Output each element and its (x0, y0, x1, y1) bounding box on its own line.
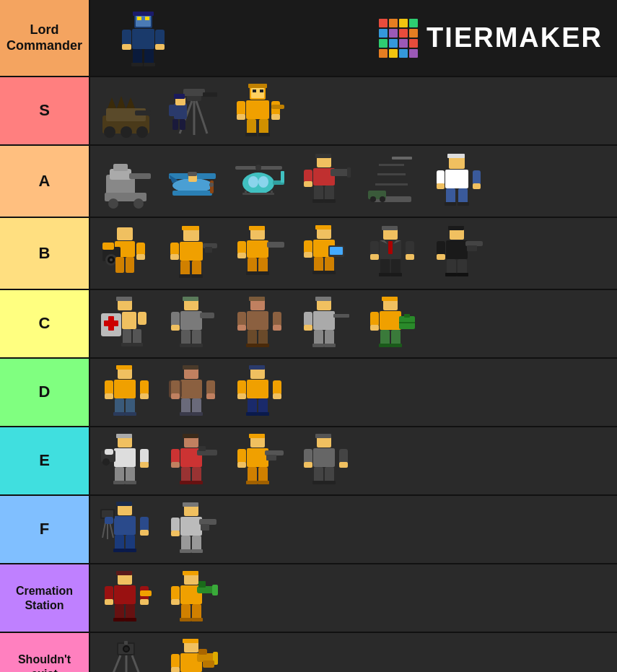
tier-item (159, 430, 224, 492)
tier-item (93, 636, 158, 672)
svg-rect-192 (192, 330, 201, 346)
svg-rect-204 (246, 344, 258, 347)
svg-rect-210 (304, 312, 312, 326)
svg-rect-52 (113, 164, 128, 171)
svg-rect-89 (375, 183, 408, 186)
svg-rect-318 (140, 530, 149, 536)
svg-rect-106 (117, 227, 133, 240)
lord-commander-character (110, 7, 175, 69)
svg-marker-18 (126, 97, 135, 108)
svg-rect-69 (281, 171, 284, 183)
svg-rect-198 (237, 312, 246, 326)
svg-rect-350 (198, 581, 206, 588)
svg-rect-276 (183, 434, 198, 438)
svg-rect-87 (379, 164, 404, 166)
tier-item (226, 293, 291, 354)
svg-rect-127 (191, 274, 203, 278)
svg-rect-303 (339, 462, 348, 468)
svg-rect-112 (102, 243, 114, 250)
svg-rect-295 (246, 481, 258, 484)
svg-rect-254 (247, 380, 268, 398)
svg-rect-40 (246, 100, 269, 119)
svg-rect-209 (333, 314, 349, 318)
svg-rect-203 (258, 330, 268, 346)
svg-rect-121 (205, 247, 212, 253)
svg-rect-44 (271, 114, 280, 120)
svg-rect-158 (406, 254, 414, 260)
svg-rect-227 (390, 344, 402, 347)
svg-rect-135 (258, 258, 268, 274)
svg-rect-327 (201, 524, 209, 531)
tier-item (159, 636, 224, 672)
svg-rect-144 (304, 252, 312, 258)
svg-rect-122 (170, 243, 179, 256)
svg-rect-19 (135, 110, 151, 115)
svg-rect-245 (206, 380, 215, 395)
svg-rect-86 (385, 157, 398, 196)
tier-item (425, 223, 490, 284)
svg-line-365 (132, 655, 146, 673)
svg-rect-309 (116, 502, 132, 506)
tier-item (359, 223, 424, 284)
svg-rect-182 (133, 329, 141, 345)
svg-point-67 (242, 173, 274, 194)
tier-item (159, 293, 224, 354)
svg-rect-132 (237, 241, 246, 254)
svg-rect-175 (116, 297, 132, 301)
svg-rect-260 (258, 398, 268, 414)
svg-rect-168 (437, 241, 445, 256)
svg-rect-262 (258, 412, 269, 416)
svg-rect-155 (370, 241, 379, 256)
svg-rect-88 (377, 173, 406, 175)
svg-rect-289 (265, 450, 284, 455)
tier-content-e (90, 427, 617, 494)
tier-item (93, 567, 158, 629)
svg-point-55 (108, 198, 118, 209)
svg-rect-377 (171, 667, 180, 673)
svg-rect-199 (273, 312, 281, 326)
svg-rect-237 (113, 412, 125, 416)
svg-rect-321 (113, 549, 125, 552)
svg-rect-246 (171, 393, 180, 399)
svg-rect-136 (246, 271, 258, 275)
tier-item (292, 293, 357, 354)
svg-rect-172 (445, 273, 457, 276)
svg-rect-339 (105, 599, 113, 605)
svg-rect-156 (406, 241, 414, 256)
svg-rect-13 (144, 63, 155, 66)
svg-rect-248 (181, 398, 191, 414)
svg-rect-319 (115, 535, 124, 551)
svg-rect-345 (125, 618, 136, 621)
svg-rect-146 (325, 257, 334, 273)
svg-point-62 (209, 183, 214, 187)
svg-point-21 (121, 126, 132, 138)
svg-rect-280 (171, 449, 180, 463)
svg-rect-5 (132, 29, 154, 49)
tier-row-s: S (0, 77, 617, 146)
svg-rect-3 (145, 17, 149, 20)
tier-content-s (90, 77, 617, 144)
svg-rect-180 (138, 312, 146, 325)
svg-rect-142 (330, 247, 343, 255)
lord-commander-label: Lord Commander (0, 0, 90, 76)
tier-content-f (90, 496, 617, 563)
svg-point-20 (104, 126, 115, 138)
svg-rect-119 (180, 242, 203, 261)
svg-rect-287 (249, 434, 265, 438)
svg-rect-43 (237, 114, 245, 120)
svg-rect-116 (126, 257, 134, 273)
svg-rect-200 (237, 325, 246, 331)
tier-row-a: A (0, 146, 617, 218)
svg-rect-196 (249, 297, 265, 301)
tier-item (226, 151, 291, 212)
svg-rect-45 (271, 105, 284, 109)
svg-rect-41 (237, 101, 245, 115)
svg-point-361 (124, 647, 128, 651)
svg-rect-48 (245, 133, 257, 136)
svg-rect-307 (324, 481, 336, 484)
svg-rect-100 (437, 183, 445, 189)
svg-rect-340 (140, 599, 149, 605)
svg-rect-183 (121, 343, 132, 346)
svg-rect-217 (382, 297, 398, 301)
tier-label-s: S (0, 77, 90, 144)
